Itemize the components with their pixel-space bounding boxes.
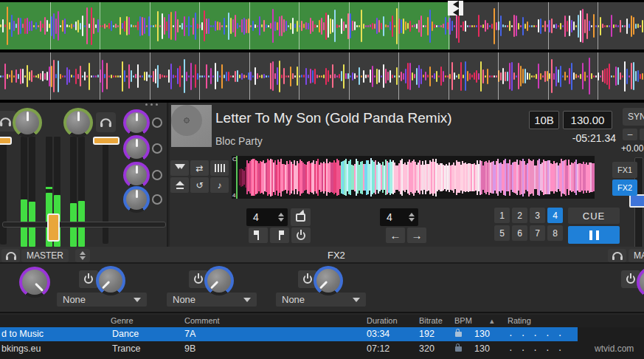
beatgrid-button[interactable] bbox=[210, 160, 229, 176]
filter-kill-button[interactable] bbox=[152, 194, 162, 205]
play-pause-button[interactable] bbox=[568, 226, 620, 244]
pause-icon bbox=[589, 230, 592, 240]
slip-mode-button[interactable]: ↺ bbox=[190, 177, 209, 193]
fx-unit2-meta-knob[interactable] bbox=[204, 266, 234, 295]
keylock-button[interactable]: ♪ bbox=[210, 177, 229, 193]
hotcue-3-button[interactable]: 3 bbox=[530, 208, 545, 223]
filter-knob[interactable] bbox=[123, 186, 150, 213]
cell-comment: 9B bbox=[184, 343, 195, 354]
cell-bpm: 130 bbox=[474, 343, 490, 354]
headphone-master-button-right[interactable] bbox=[608, 249, 626, 262]
loop-out-button[interactable] bbox=[270, 228, 289, 243]
fx-unit1-meta-knob[interactable] bbox=[96, 266, 125, 295]
cell-duration: 07:12 bbox=[367, 343, 389, 354]
library-row[interactable]: bkings.eu Trance 9B 07:12 320 130 ····· bbox=[0, 342, 644, 356]
gain-knob-deck2[interactable] bbox=[63, 108, 93, 137]
headphone-icon bbox=[100, 117, 112, 128]
cell-rating[interactable]: ····· bbox=[509, 343, 570, 355]
power-icon bbox=[194, 275, 203, 284]
panel-menu-dots-icon[interactable] bbox=[145, 103, 158, 106]
quantize-button[interactable] bbox=[170, 160, 189, 176]
sync-button[interactable]: SYNC bbox=[623, 108, 644, 126]
gain-knob-deck1[interactable] bbox=[13, 108, 42, 137]
fx-unit3-meta-knob[interactable] bbox=[314, 266, 343, 295]
power-icon bbox=[84, 275, 93, 284]
cell-title: bkings.eu bbox=[1, 343, 41, 354]
repeat-icon: ⇄ bbox=[195, 163, 203, 174]
volume-fader-right-handle[interactable] bbox=[93, 137, 120, 145]
hotcue-6-button[interactable]: 6 bbox=[512, 225, 527, 241]
loop-in-button[interactable] bbox=[249, 228, 268, 243]
beatjump-size-spinbox[interactable]: 4 bbox=[380, 208, 418, 226]
column-header-bitrate[interactable]: Bitrate bbox=[419, 316, 443, 325]
hotcue-2-button[interactable]: 2 bbox=[512, 208, 527, 223]
spinner-arrows-icon[interactable] bbox=[409, 210, 415, 225]
eq-kill-button[interactable] bbox=[152, 143, 162, 154]
fx-unit2-effect-value: None bbox=[173, 294, 195, 305]
master-label-right[interactable]: MASTER bbox=[629, 249, 644, 262]
headmix-knob-left[interactable] bbox=[19, 267, 50, 298]
fx2-assign-button[interactable]: FX2 bbox=[612, 180, 637, 196]
eq-kill-button[interactable] bbox=[152, 117, 162, 128]
library-row-selected[interactable]: d to Music Dance 7A 03:34 192 130 ····· bbox=[0, 327, 644, 341]
pitch-minus-button[interactable]: – bbox=[623, 129, 637, 140]
crossfader-handle[interactable] bbox=[47, 213, 60, 242]
hotcue-7-button[interactable]: 7 bbox=[530, 225, 545, 241]
master-label-left[interactable]: MASTER bbox=[21, 249, 69, 262]
column-header-duration[interactable]: Duration bbox=[367, 316, 398, 325]
loop-toggle-button[interactable] bbox=[291, 208, 311, 226]
fx-unit1-effect-select[interactable]: None bbox=[57, 293, 147, 307]
eq-mid-knob[interactable] bbox=[123, 135, 150, 162]
reloop-button[interactable] bbox=[291, 228, 311, 243]
pitch-value-display: +0.00 bbox=[621, 143, 643, 154]
overview-waveform[interactable]: C 4 bbox=[232, 156, 595, 199]
volume-fader-left[interactable] bbox=[0, 140, 7, 245]
fx-unit2-effect-select[interactable]: None bbox=[167, 293, 257, 307]
hotcue-8-button[interactable]: 8 bbox=[547, 225, 563, 241]
pitch-fader-handle[interactable] bbox=[629, 194, 644, 208]
loop-size-spinbox[interactable]: 4 bbox=[246, 208, 288, 226]
vu-meter bbox=[21, 137, 27, 247]
hotcue-1-button[interactable]: 1 bbox=[494, 208, 510, 223]
beatjump-forward-button[interactable]: → bbox=[407, 228, 426, 243]
crossfader-track[interactable] bbox=[2, 222, 166, 228]
cell-duration: 03:34 bbox=[367, 329, 389, 339]
eq-kill-button[interactable] bbox=[152, 170, 162, 180]
column-header-genre[interactable]: Genre bbox=[111, 316, 134, 325]
headphone-icon bbox=[5, 250, 17, 261]
spinner-arrows-icon[interactable] bbox=[278, 210, 284, 225]
waveform-deck2[interactable] bbox=[0, 52, 644, 100]
master-spinner[interactable] bbox=[75, 249, 90, 262]
headphone-cue-button-mid[interactable] bbox=[96, 112, 116, 132]
hotcue-4-button[interactable]: 4 bbox=[547, 208, 563, 223]
loop-icon bbox=[296, 213, 305, 222]
column-header-rating[interactable]: Rating bbox=[508, 316, 531, 325]
hotcue-5-button[interactable]: 5 bbox=[494, 225, 510, 241]
music-note-icon: ♪ bbox=[218, 180, 222, 191]
bpm-lock-icon[interactable] bbox=[455, 332, 462, 337]
cell-bpm: 130 bbox=[474, 329, 490, 339]
pitch-plus-button[interactable]: + bbox=[640, 129, 644, 140]
dj-app-window: Letter To My Son (Gold Panda Remix) Bloc… bbox=[0, 0, 644, 359]
column-header-bpm[interactable]: BPM bbox=[454, 316, 472, 325]
fx1-assign-button[interactable]: FX1 bbox=[612, 162, 637, 178]
watermark-text: wtvid.com bbox=[595, 343, 634, 354]
headphone-master-button-left[interactable] bbox=[1, 249, 20, 262]
repeat-button[interactable]: ⇄ bbox=[190, 160, 209, 176]
spinner-arrows-icon bbox=[80, 248, 86, 263]
volume-fader-right[interactable] bbox=[103, 137, 108, 244]
bpm-lock-icon[interactable] bbox=[455, 346, 462, 352]
waveform-deck1[interactable] bbox=[0, 2, 644, 49]
double-triangle-icon bbox=[175, 164, 185, 173]
fx-unit3-effect-select[interactable]: None bbox=[276, 293, 366, 307]
vu-meter bbox=[29, 137, 35, 247]
beatjump-back-button[interactable]: ← bbox=[386, 228, 405, 243]
eq-low-knob[interactable] bbox=[123, 162, 150, 188]
eject-button[interactable] bbox=[170, 177, 189, 193]
column-header-comment[interactable]: Comment bbox=[184, 316, 220, 325]
volume-fader-left-handle[interactable] bbox=[0, 137, 12, 145]
cell-rating[interactable]: ····· bbox=[509, 329, 570, 341]
cue-button[interactable]: CUE bbox=[568, 208, 620, 224]
headphone-icon bbox=[612, 250, 623, 261]
eq-high-knob[interactable] bbox=[123, 109, 150, 136]
